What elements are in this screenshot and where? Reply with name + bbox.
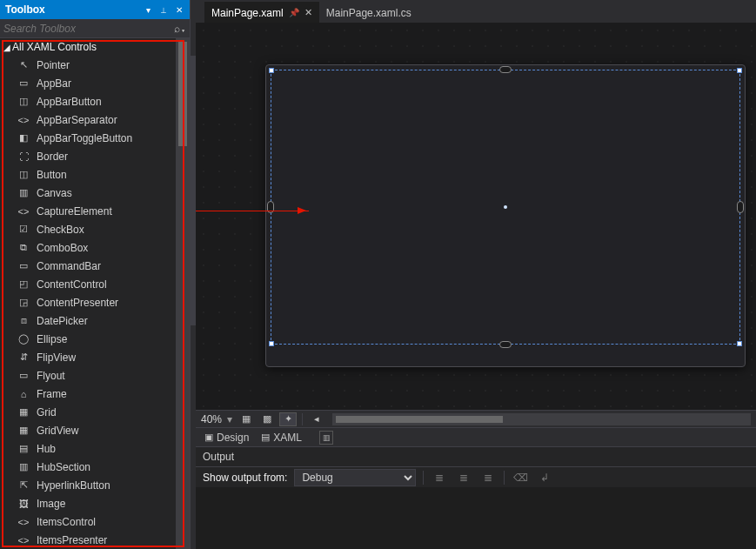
toolbox-scrollbar[interactable] (176, 38, 190, 549)
indent-right-icon[interactable]: ≣ (455, 470, 472, 485)
toolbox-item-button[interactable]: ◫Button (0, 165, 190, 184)
toolbox-item-frame[interactable]: ⌂Frame (0, 385, 190, 403)
toolbox-item-appbartogglebutton[interactable]: ◧AppBarToggleButton (0, 129, 190, 147)
design-icon: ▣ (204, 432, 213, 443)
clear-icon[interactable]: ⌫ (512, 470, 529, 485)
selection-rectangle[interactable] (271, 70, 740, 345)
toolbox-item-hubsection[interactable]: ▥HubSection (0, 458, 190, 476)
toolbox-item-label: AppBarButton (31, 96, 102, 108)
toolbox-item-itemscontrol[interactable]: <>ItemsControl (0, 512, 190, 531)
pin-icon[interactable]: 📌 (289, 8, 299, 17)
xaml-designer[interactable] (196, 23, 756, 410)
toolbox-item-datepicker[interactable]: ⧈DatePicker (0, 311, 190, 330)
output-text[interactable] (196, 487, 756, 549)
tab-label: MainPage.xaml.cs (326, 7, 411, 19)
toolbox-item-label: Button (31, 169, 67, 181)
toolbox-item-label: AppBarSeparator (31, 114, 117, 126)
toolbox-item-canvas[interactable]: ▥Canvas (0, 184, 190, 202)
flyout-icon: ▭ (16, 369, 31, 383)
appbarseparator-icon: <> (16, 113, 31, 127)
toolbox-category[interactable]: ◢ All XAML Controls (0, 38, 190, 56)
designer-zoom-bar: 40% ▾ ▦ ▩ ✦ ◂ (196, 410, 756, 427)
toolbox-item-checkbox[interactable]: ☑CheckBox (0, 220, 190, 238)
output-source-label: Show output from: (203, 472, 287, 484)
close-icon[interactable]: ✕ (172, 3, 186, 17)
gridview-icon: ▦ (16, 424, 31, 438)
chevron-down-icon[interactable]: ◢ (3, 43, 12, 52)
resize-handle-br[interactable] (737, 341, 742, 346)
toolbox-item-grid[interactable]: ▦Grid (0, 403, 190, 421)
toolbox-item-combobox[interactable]: ⧉ComboBox (0, 238, 190, 257)
checkbox-icon: ☑ (16, 223, 31, 237)
search-input[interactable] (3, 23, 174, 35)
window-options-icon[interactable]: ▾ (141, 3, 155, 17)
tab-mainpage-xaml[interactable]: MainPage.xaml 📌 ✕ (204, 2, 319, 23)
toolbox-item-captureelement[interactable]: <>CaptureElement (0, 202, 190, 220)
grid-mode-icon[interactable]: ▦ (238, 412, 255, 426)
tab-design[interactable]: ▣ Design (204, 432, 249, 444)
close-icon[interactable]: ✕ (304, 7, 312, 18)
indent-icon[interactable]: ≣ (479, 470, 497, 485)
toolbox-item-label: ComboBox (31, 242, 88, 254)
toolbox-item-label: Frame (31, 388, 67, 400)
toolbox-item-gridview[interactable]: ▦GridView (0, 421, 190, 439)
toolbox-item-border[interactable]: ⛶Border (0, 147, 190, 165)
appbar-icon: ▭ (16, 77, 31, 90)
pin-icon[interactable]: ⟂ (157, 3, 171, 17)
snap-lines-icon[interactable]: ✦ (279, 412, 297, 426)
snap-grid-icon[interactable]: ▩ (258, 412, 276, 426)
arrow-annotation (196, 211, 309, 211)
toolbox-item-label: HubSection (31, 461, 90, 473)
toolbox-item-contentpresenter[interactable]: ◲ContentPresenter (0, 293, 190, 311)
grid-icon: ▦ (16, 405, 31, 419)
toolbox-item-hub[interactable]: ▤Hub (0, 439, 190, 458)
button-icon: ◫ (16, 168, 31, 182)
toolbox-item-image[interactable]: 🖼Image (0, 494, 190, 512)
toolbox-item-label: FlipView (31, 351, 76, 364)
separator (302, 413, 303, 425)
word-wrap-icon[interactable]: ↲ (536, 470, 553, 485)
toolbox-item-flipview[interactable]: ⇵FlipView (0, 348, 190, 366)
output-toolbar: Show output from: Debug ≣ ≣ ≣ ⌫ ↲ (196, 466, 756, 487)
resize-handle-top[interactable] (499, 66, 512, 73)
toolbox-item-label: Flyout (31, 370, 65, 382)
toolbox-item-hyperlinkbutton[interactable]: ⇱HyperlinkButton (0, 476, 190, 494)
resize-handle-bottom[interactable] (499, 341, 512, 348)
toolbox-item-label: Image (31, 498, 65, 510)
itemscontrol-icon: <> (16, 515, 31, 529)
toolbox-tree: ◢ All XAML Controls ↖Pointer▭AppBar◫AppB… (0, 38, 190, 549)
toolbox-search[interactable]: ⌕▾ (0, 19, 190, 38)
toolbox-title: Toolbox (5, 3, 141, 16)
split-view-icon[interactable]: ▥ (319, 431, 333, 445)
toolbox-item-flyout[interactable]: ▭Flyout (0, 366, 190, 385)
indent-left-icon[interactable]: ≣ (431, 470, 448, 485)
toolbox-item-contentcontrol[interactable]: ◰ContentControl (0, 275, 190, 293)
toolbox-item-appbarseparator[interactable]: <>AppBarSeparator (0, 110, 190, 129)
zoom-dropdown-icon[interactable]: ▾ (225, 413, 234, 425)
toolbox-item-label: ItemsControl (31, 516, 96, 528)
tab-mainpage-xaml-cs[interactable]: MainPage.xaml.cs (319, 2, 418, 23)
scroll-left-icon[interactable]: ◂ (308, 412, 325, 426)
toolbox-item-label: Border (31, 151, 68, 163)
toolbox-item-label: CheckBox (31, 224, 84, 236)
hub-icon: ▤ (16, 442, 31, 456)
toolbox-item-pointer[interactable]: ↖Pointer (0, 56, 190, 74)
toolbox-item-ellipse[interactable]: ◯Ellipse (0, 330, 190, 348)
toolbox-item-appbar[interactable]: ▭AppBar (0, 74, 190, 92)
zoom-level[interactable]: 40% (201, 413, 222, 425)
toolbox-item-label: CaptureElement (31, 205, 112, 218)
output-source-select[interactable]: Debug (294, 469, 416, 486)
resize-handle-right[interactable] (737, 201, 744, 213)
toolbox-item-commandbar[interactable]: ▭CommandBar (0, 257, 190, 275)
border-icon: ⛶ (16, 150, 31, 164)
toolbox-item-appbarbutton[interactable]: ◫AppBarButton (0, 92, 190, 110)
toolbox-item-label: HyperlinkButton (31, 479, 110, 492)
resize-handle-bl[interactable] (269, 341, 274, 346)
toolbox-item-label: Grid (31, 406, 57, 418)
search-icon[interactable]: ⌕▾ (174, 23, 186, 35)
resize-handle-tr[interactable] (737, 68, 742, 73)
toolbox-item-itemspresenter[interactable]: <>ItemsPresenter (0, 531, 190, 549)
designer-h-scrollbar[interactable] (332, 413, 751, 425)
resize-handle-tl[interactable] (269, 68, 274, 73)
tab-xaml[interactable]: ▤ XAML (261, 432, 302, 444)
